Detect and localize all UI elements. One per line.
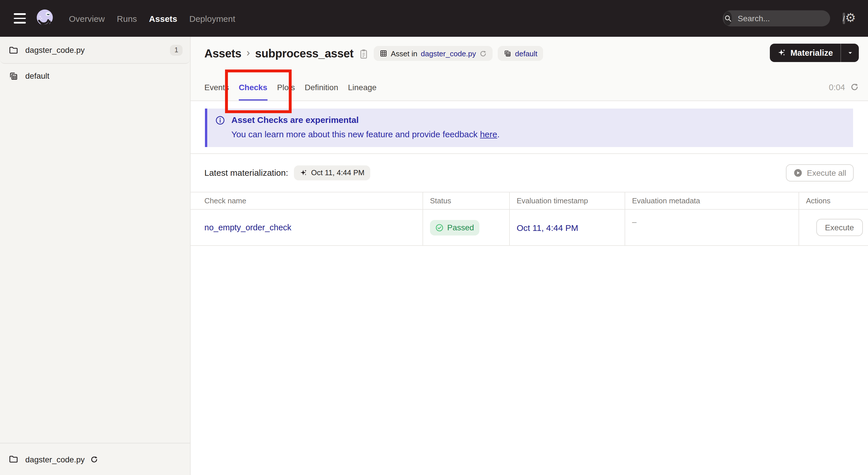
table-header: Check name Status Evaluation timestamp E… [191, 192, 868, 210]
copy-clipboard-icon[interactable] [359, 48, 369, 59]
experimental-banner: Asset Checks are experimental You can le… [205, 109, 853, 147]
table-row: no_empty_order_check Passed Oct 11, 4:44… [191, 210, 868, 246]
column-header-evaluation-timestamp: Evaluation timestamp [509, 192, 625, 209]
folder-icon [9, 45, 19, 55]
tab-label: Events [205, 82, 229, 92]
code-location-label: dagster_code.py [25, 455, 85, 464]
asset-group-icon [503, 50, 512, 57]
gear-icon[interactable]: ⚙ [845, 11, 856, 25]
nav-item-runs[interactable]: Runs [117, 13, 137, 23]
asset-count-badge: 1 [170, 44, 183, 55]
main-content: Assets › subprocess_asset Asset in dagst… [191, 37, 868, 475]
sparkle-icon [777, 48, 786, 57]
materialize-split-button: Materialize [770, 43, 859, 62]
sparkle-icon [300, 169, 308, 177]
page-title: subprocess_asset [255, 47, 353, 60]
status-label: Passed [447, 223, 474, 232]
column-header-check-name: Check name [191, 192, 423, 209]
banner-title: Asset Checks are experimental [231, 115, 359, 125]
sidebar-item-dagster-code[interactable]: dagster_code.py 1 [0, 37, 190, 64]
nav-item-deployment[interactable]: Deployment [189, 13, 236, 23]
tab-label: Definition [305, 82, 338, 92]
execute-all-label: Execute all [807, 168, 846, 177]
execute-button[interactable]: Execute [816, 219, 863, 236]
tab-checks[interactable]: Checks [239, 73, 268, 100]
top-navbar: Overview Runs Assets Deployment / ⚙ [0, 0, 868, 37]
nav-item-overview[interactable]: Overview [69, 13, 105, 23]
materialization-timestamp: Oct 11, 4:44 PM [311, 168, 365, 177]
feedback-link[interactable]: here [480, 129, 497, 139]
hamburger-menu-icon[interactable] [14, 13, 26, 24]
group-tag-link[interactable]: default [515, 49, 537, 58]
asset-tabs: Events Checks Plots Definition Lineage [205, 73, 742, 100]
caret-down-icon [846, 50, 854, 56]
refresh-countdown: 0:04 [829, 82, 845, 92]
search-shortcut-badge: / [843, 12, 845, 24]
primary-nav: Overview Runs Assets Deployment [69, 0, 236, 37]
tab-label: Plots [277, 82, 295, 92]
status-badge: Passed [430, 220, 479, 235]
tab-plots[interactable]: Plots [277, 73, 295, 100]
dagster-logo-icon[interactable] [34, 8, 55, 29]
tab-label: Lineage [348, 82, 377, 92]
check-circle-icon [435, 223, 444, 232]
materialize-dropdown-button[interactable] [841, 43, 859, 62]
breadcrumb-assets[interactable]: Assets [205, 47, 241, 60]
asset-grid-icon [379, 50, 388, 57]
asset-header: Assets › subprocess_asset Asset in dagst… [191, 37, 868, 101]
metadata-empty-value: – [632, 217, 637, 226]
search-input[interactable] [737, 13, 843, 24]
nav-item-assets[interactable]: Assets [149, 13, 177, 23]
play-circle-icon [793, 168, 802, 177]
materialize-button[interactable]: Materialize [770, 43, 840, 62]
sidebar-item-label: dagster_code.py [25, 46, 85, 55]
asset-definition-tag[interactable]: Asset in dagster_code.py [374, 46, 493, 61]
column-header-evaluation-metadata: Evaluation metadata [625, 192, 799, 209]
tab-events[interactable]: Events [205, 73, 229, 100]
refresh-icon[interactable] [850, 83, 859, 91]
banner-text: You can learn more about this new featur… [231, 129, 480, 139]
execute-all-button[interactable]: Execute all [786, 164, 854, 181]
sidebar-code-location[interactable]: dagster_code.py [0, 443, 190, 475]
sidebar-item-label: default [25, 71, 50, 81]
search-icon [724, 11, 732, 25]
check-name-link[interactable]: no_empty_order_check [205, 223, 291, 232]
checks-table: Check name Status Evaluation timestamp E… [191, 192, 868, 246]
refresh-timer: 0:04 [829, 73, 859, 100]
column-header-status: Status [423, 192, 509, 209]
asset-group-tag[interactable]: default [498, 46, 543, 61]
evaluation-timestamp-link[interactable]: Oct 11, 4:44 PM [517, 222, 578, 232]
asset-tag-prefix: Asset in [391, 49, 417, 58]
global-search[interactable]: / [723, 10, 830, 26]
banner-period: . [497, 129, 499, 139]
materialization-timestamp-tag[interactable]: Oct 11, 4:44 PM [294, 165, 370, 180]
info-icon [215, 115, 225, 125]
dagster-app: Overview Runs Assets Deployment / ⚙ dags… [0, 0, 868, 475]
breadcrumb: Assets › subprocess_asset Asset in dagst… [205, 46, 543, 61]
asset-catalog-sidebar: dagster_code.py 1 default dagster_code.p… [0, 37, 191, 475]
asset-group-icon [9, 71, 19, 81]
folder-icon [9, 454, 19, 464]
tab-lineage[interactable]: Lineage [348, 73, 377, 100]
latest-materialization-row: Latest materialization: Oct 11, 4:44 PM [205, 153, 370, 192]
asset-tag-code-location-link[interactable]: dagster_code.py [421, 49, 476, 58]
column-header-actions: Actions [799, 192, 868, 209]
refresh-icon[interactable] [479, 50, 487, 57]
reload-icon[interactable] [90, 455, 98, 463]
banner-body: You can learn more about this new featur… [231, 129, 500, 139]
chevron-right-icon: › [247, 47, 250, 59]
materialize-label: Materialize [790, 48, 833, 57]
tab-definition[interactable]: Definition [305, 73, 338, 100]
latest-materialization-label: Latest materialization: [205, 168, 288, 177]
tab-label: Checks [239, 82, 268, 92]
sidebar-item-default-group[interactable]: default [0, 64, 190, 88]
